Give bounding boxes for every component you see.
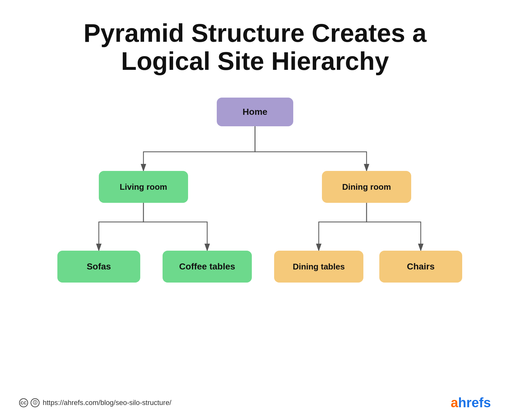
title-line1: Pyramid Structure Creates a: [84, 19, 426, 47]
footer-icons: CC ⓘ: [19, 398, 40, 407]
node-sofas: Sofas: [57, 251, 140, 283]
node-coffee-tables: Coffee tables: [163, 251, 252, 283]
node-chairs: Chairs: [379, 251, 462, 283]
connector-lines: [48, 88, 462, 359]
node-dining-room-label: Dining room: [342, 182, 391, 192]
ahrefs-logo-a: a: [451, 395, 458, 410]
ahrefs-logo: ahrefs: [451, 395, 491, 410]
node-dining-room: Dining room: [322, 171, 411, 203]
node-coffee-tables-label: Coffee tables: [179, 262, 235, 272]
node-home: Home: [217, 98, 293, 126]
node-sofas-label: Sofas: [87, 262, 111, 272]
node-dining-tables-label: Dining tables: [293, 262, 345, 272]
ahrefs-logo-hrefs: hrefs: [458, 395, 491, 410]
node-living-room: Living room: [99, 171, 188, 203]
node-chairs-label: Chairs: [407, 262, 434, 272]
page-container: Pyramid Structure Creates a Logical Site…: [0, 0, 510, 420]
node-home-label: Home: [243, 107, 267, 117]
page-title: Pyramid Structure Creates a Logical Site…: [45, 0, 465, 88]
node-dining-tables: Dining tables: [274, 251, 363, 283]
diagram-area: Home Living room Dining room Sofas Coffe…: [48, 88, 462, 359]
footer: CC ⓘ https://ahrefs.com/blog/seo-silo-st…: [0, 395, 510, 410]
node-living-room-label: Living room: [120, 182, 167, 192]
title-line2: Logical Site Hierarchy: [121, 47, 389, 75]
footer-left: CC ⓘ https://ahrefs.com/blog/seo-silo-st…: [19, 398, 171, 407]
info-icon: ⓘ: [31, 398, 40, 407]
cc-icon: CC: [19, 398, 28, 407]
footer-url: https://ahrefs.com/blog/seo-silo-structu…: [43, 399, 171, 407]
